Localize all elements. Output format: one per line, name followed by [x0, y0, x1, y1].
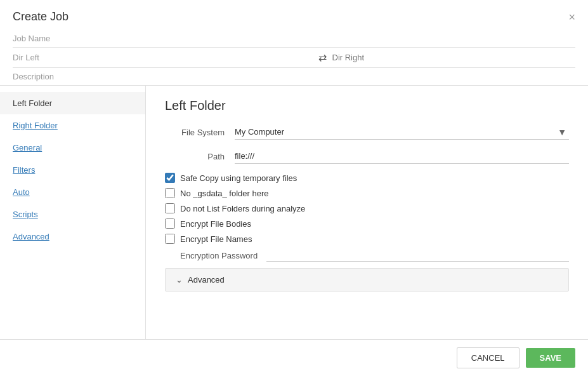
- encryption-password-row: Encryption Password: [165, 249, 569, 262]
- encrypt-names-checkbox-group: Encrypt File Names: [165, 234, 569, 244]
- create-job-dialog: Create Job × Job Name Dir Left ⇄ Descrip…: [0, 0, 588, 376]
- dir-right-input[interactable]: [332, 53, 576, 62]
- dir-row: Dir Left ⇄: [13, 48, 575, 68]
- job-name-input[interactable]: [70, 34, 575, 43]
- job-name-row: Job Name: [13, 30, 575, 48]
- save-button[interactable]: SAVE: [526, 348, 575, 368]
- no-list-folders-label: Do not List Folders during analyze: [180, 204, 305, 213]
- dialog-title: Create Job: [13, 10, 69, 24]
- path-input[interactable]: [235, 149, 569, 164]
- close-button[interactable]: ×: [568, 11, 575, 23]
- sidebar-item-advanced[interactable]: Advanced: [0, 225, 145, 248]
- advanced-bar[interactable]: ⌄ Advanced: [165, 268, 569, 292]
- swap-icon[interactable]: ⇄: [313, 51, 332, 64]
- file-system-select-wrapper: My Computer FTP SFTP S3 ▼: [235, 124, 569, 140]
- file-system-control: My Computer FTP SFTP S3 ▼: [235, 124, 569, 140]
- no-list-folders-checkbox[interactable]: [165, 203, 175, 213]
- safe-copy-checkbox-group: Safe Copy using temporary files: [165, 173, 569, 183]
- path-control: [235, 149, 569, 164]
- encrypt-bodies-checkbox-group: Encrypt File Bodies: [165, 218, 569, 229]
- no-gsdata-label: No _gsdata_ folder here: [180, 189, 268, 198]
- no-list-folders-checkbox-group: Do not List Folders during analyze: [165, 203, 569, 213]
- no-gsdata-checkbox-group: No _gsdata_ folder here: [165, 188, 569, 198]
- sidebar-item-filters[interactable]: Filters: [0, 159, 145, 181]
- left-folder-panel: Left Folder File System My Computer FTP …: [146, 86, 588, 339]
- sidebar-item-left-folder[interactable]: Left Folder: [0, 92, 145, 114]
- safe-copy-label: Safe Copy using temporary files: [180, 173, 297, 183]
- encrypt-names-checkbox[interactable]: [165, 234, 175, 244]
- encrypt-names-label: Encrypt File Names: [180, 234, 252, 244]
- chevron-icon: ⌄: [176, 275, 183, 285]
- panel-title: Left Folder: [165, 98, 569, 113]
- sidebar-item-right-folder[interactable]: Right Folder: [0, 114, 145, 137]
- dialog-footer: CANCEL SAVE: [0, 339, 588, 376]
- top-fields: Job Name Dir Left ⇄ Description: [0, 30, 588, 86]
- encryption-password-input[interactable]: [266, 249, 569, 262]
- encrypt-bodies-checkbox[interactable]: [165, 218, 175, 229]
- dir-left-label: Dir Left: [13, 53, 70, 62]
- encrypt-bodies-label: Encrypt File Bodies: [180, 219, 251, 229]
- main-content: Left Folder Right Folder General Filters…: [0, 86, 588, 339]
- path-group: Path: [165, 149, 569, 164]
- dialog-header: Create Job ×: [0, 0, 588, 30]
- cancel-button[interactable]: CANCEL: [457, 347, 519, 368]
- file-system-label: File System: [165, 128, 235, 137]
- encryption-password-label: Encryption Password: [165, 251, 266, 260]
- sidebar-item-general[interactable]: General: [0, 137, 145, 159]
- dir-left-input[interactable]: [70, 53, 313, 62]
- sidebar: Left Folder Right Folder General Filters…: [0, 86, 146, 339]
- sidebar-item-scripts[interactable]: Scripts: [0, 203, 145, 225]
- job-name-label: Job Name: [13, 34, 70, 43]
- description-label: Description: [13, 72, 54, 81]
- advanced-label: Advanced: [188, 275, 225, 285]
- no-gsdata-checkbox[interactable]: [165, 188, 175, 198]
- checkboxes-wrapper: Safe Copy using temporary files No _gsda…: [165, 173, 569, 244]
- file-system-group: File System My Computer FTP SFTP S3 ▼: [165, 124, 569, 140]
- safe-copy-checkbox[interactable]: [165, 173, 175, 183]
- sidebar-item-auto[interactable]: Auto: [0, 181, 145, 203]
- description-row: Description: [13, 68, 575, 85]
- path-label: Path: [165, 152, 235, 161]
- file-system-select[interactable]: My Computer FTP SFTP S3: [235, 124, 569, 140]
